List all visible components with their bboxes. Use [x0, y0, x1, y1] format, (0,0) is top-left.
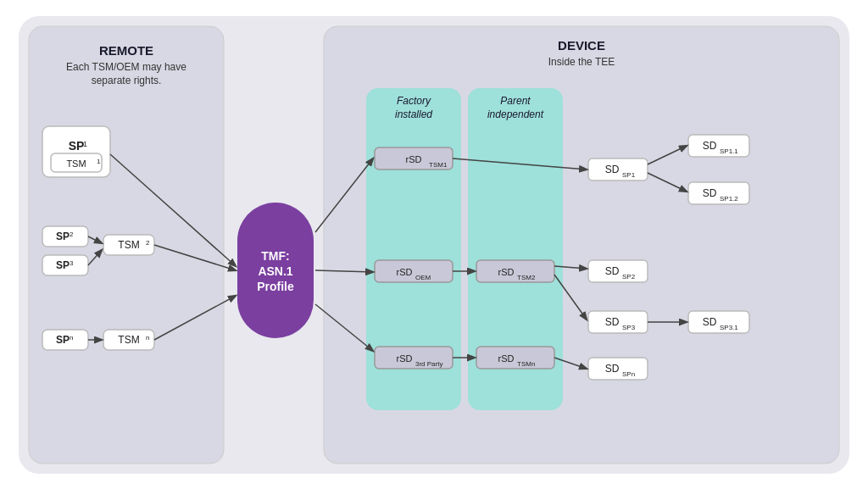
svg-line-73: [110, 154, 236, 266]
svg-text:installed: installed: [395, 108, 432, 120]
svg-text:SPn: SPn: [622, 370, 635, 378]
svg-text:SP3.1: SP3.1: [720, 324, 738, 331]
svg-text:OEM: OEM: [415, 274, 431, 281]
svg-rect-3: [468, 88, 563, 410]
svg-rect-0: [29, 26, 224, 464]
svg-line-85: [554, 266, 587, 269]
remote-title: REMOTE: [99, 43, 153, 58]
svg-text:rSD: rSD: [498, 353, 515, 364]
svg-rect-67: [688, 182, 749, 204]
svg-text:SP1.1: SP1.1: [720, 147, 738, 155]
svg-rect-37: [375, 147, 453, 169]
svg-rect-61: [588, 358, 648, 380]
svg-rect-40: [375, 260, 453, 282]
svg-text:3rd Party: 3rd Party: [415, 360, 442, 368]
svg-text:SD: SD: [605, 265, 620, 277]
svg-line-76: [154, 245, 236, 270]
svg-rect-1: [324, 26, 839, 464]
svg-text:Profile: Profile: [257, 280, 294, 293]
svg-text:rSD: rSD: [397, 267, 413, 277]
svg-rect-2: [366, 88, 461, 410]
svg-rect-12: [42, 126, 110, 177]
svg-rect-58: [588, 311, 648, 333]
svg-text:SD: SD: [605, 363, 620, 375]
svg-text:SP1.2: SP1.2: [720, 195, 738, 203]
svg-text:SD: SD: [605, 316, 620, 328]
svg-text:SD: SD: [703, 140, 717, 152]
svg-text:2: 2: [70, 231, 74, 238]
svg-text:3: 3: [70, 259, 74, 267]
svg-text:SD: SD: [703, 316, 717, 328]
svg-line-82: [453, 158, 587, 169]
svg-text:ASN.1: ASN.1: [258, 264, 292, 278]
svg-rect-21: [42, 255, 88, 275]
svg-rect-30: [103, 330, 154, 350]
svg-text:SP: SP: [56, 231, 70, 242]
svg-line-80: [315, 270, 373, 272]
svg-text:TSMn: TSMn: [517, 360, 535, 368]
svg-text:1: 1: [97, 158, 101, 165]
svg-text:2: 2: [146, 239, 150, 247]
svg-text:independent: independent: [487, 108, 544, 120]
svg-text:SP2: SP2: [622, 273, 636, 281]
svg-text:SP3: SP3: [622, 324, 636, 331]
svg-line-75: [88, 250, 102, 265]
svg-text:DEVICE: DEVICE: [558, 38, 605, 53]
svg-rect-49: [476, 347, 554, 369]
svg-rect-43: [375, 347, 453, 369]
svg-rect-27: [42, 330, 88, 350]
svg-text:SP: SP: [56, 259, 70, 271]
svg-rect-70: [688, 311, 749, 333]
svg-text:TMF:: TMF:: [261, 249, 289, 263]
svg-text:separate rights.: separate rights.: [92, 75, 162, 86]
svg-rect-64: [688, 135, 749, 157]
svg-text:TSM: TSM: [118, 239, 139, 251]
svg-text:TSM: TSM: [66, 158, 86, 169]
svg-text:1: 1: [83, 140, 87, 148]
svg-rect-46: [476, 260, 554, 282]
svg-line-89: [648, 173, 687, 192]
arrows-overlay: REMOTE Each TSM/OEM may have separate ri…: [19, 16, 849, 474]
svg-rect-55: [588, 260, 648, 282]
svg-rect-24: [103, 235, 154, 255]
svg-rect-52: [588, 158, 648, 181]
svg-text:n: n: [70, 334, 73, 342]
diagram-container: REMOTE Each TSM/OEM may have separate ri…: [19, 16, 849, 474]
svg-line-79: [315, 158, 373, 232]
svg-rect-15: [51, 153, 102, 172]
svg-text:rSD: rSD: [498, 267, 515, 277]
svg-line-88: [648, 146, 687, 164]
svg-text:Factory: Factory: [397, 95, 431, 107]
svg-text:TSM: TSM: [118, 334, 139, 346]
svg-text:TSM2: TSM2: [517, 274, 536, 281]
svg-text:SD: SD: [605, 164, 620, 175]
svg-text:SP: SP: [56, 334, 70, 346]
svg-text:rSD: rSD: [397, 353, 413, 364]
svg-text:Each TSM/OEM may have: Each TSM/OEM may have: [66, 61, 186, 73]
svg-text:rSD: rSD: [406, 154, 422, 164]
svg-text:Parent: Parent: [500, 95, 531, 107]
svg-text:n: n: [146, 334, 149, 342]
svg-line-74: [88, 236, 102, 243]
svg-line-78: [154, 296, 236, 340]
svg-text:Inside the TEE: Inside the TEE: [548, 56, 615, 68]
svg-text:SP: SP: [69, 139, 85, 153]
svg-text:SP1: SP1: [622, 171, 636, 179]
svg-rect-18: [42, 226, 88, 247]
svg-rect-33: [237, 203, 314, 338]
svg-line-81: [315, 304, 373, 351]
svg-text:TSM1: TSM1: [429, 161, 448, 169]
svg-text:SD: SD: [703, 187, 717, 199]
svg-line-86: [554, 275, 587, 320]
svg-line-87: [554, 358, 587, 369]
